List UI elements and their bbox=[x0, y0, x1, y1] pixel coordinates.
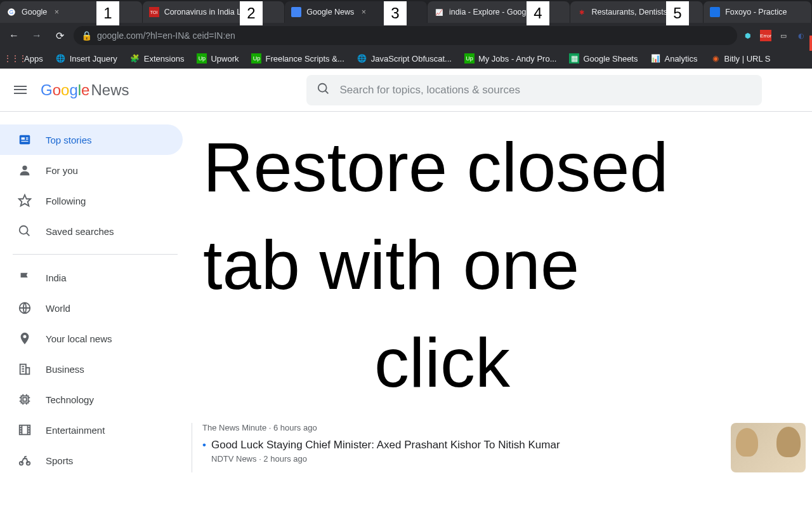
sidebar-label: For you bbox=[46, 165, 78, 176]
upwork-icon: Up bbox=[251, 53, 261, 64]
bookmark-jquery[interactable]: 🌐Insert Jquery bbox=[51, 51, 122, 66]
sidebar-label: Saved searches bbox=[46, 226, 114, 237]
sidebar-label: Technology bbox=[46, 394, 94, 405]
bookmark-upwork[interactable]: UpUpwork bbox=[192, 51, 244, 66]
sidebar-item-topstories[interactable]: Top stories bbox=[0, 124, 183, 155]
svg-point-2 bbox=[318, 83, 327, 91]
reload-button[interactable]: ⟳ bbox=[51, 27, 69, 44]
bookmark-extensions[interactable]: 🧩Extensions bbox=[125, 51, 190, 66]
tab-title: Coronavirus in India Liv bbox=[164, 8, 247, 17]
topstories-icon bbox=[18, 133, 32, 147]
building-icon bbox=[18, 362, 32, 376]
overlay-4: 4 bbox=[527, 1, 549, 25]
svg-rect-7 bbox=[26, 137, 29, 138]
bookmark-freelance[interactable]: UpFreelance Scripts &... bbox=[246, 51, 349, 66]
svg-rect-20 bbox=[23, 398, 27, 401]
forward-button[interactable]: → bbox=[28, 27, 46, 44]
search-icon bbox=[18, 224, 32, 238]
chip-icon bbox=[18, 392, 32, 406]
analytics-icon: 📊 bbox=[650, 53, 660, 64]
sheets-icon: ▦ bbox=[569, 53, 579, 64]
lock-icon: 🔒 bbox=[81, 30, 92, 41]
tab-title: Google bbox=[22, 8, 47, 17]
search-bar[interactable] bbox=[306, 75, 762, 105]
sidebar-item-savedsearches[interactable]: Saved searches bbox=[0, 216, 183, 246]
sidebar-item-local[interactable]: Your local news bbox=[0, 323, 183, 354]
person-icon bbox=[18, 163, 32, 177]
sidebar-item-technology[interactable]: Technology bbox=[0, 384, 183, 415]
globe-icon: 🌐 bbox=[357, 53, 367, 64]
ext-icon-1[interactable]: ⬢ bbox=[742, 30, 754, 41]
overlay-1: 1 bbox=[96, 1, 119, 25]
extension-icons: ⬢ Error ▭ ◐ bbox=[742, 30, 807, 41]
tab-title: Foxoyo - Practice bbox=[725, 8, 787, 17]
svg-rect-15 bbox=[26, 368, 30, 374]
article-headline[interactable]: Good Luck Staying Chief Minister: Axed P… bbox=[202, 439, 560, 451]
sidebar-item-following[interactable]: Following bbox=[0, 185, 183, 216]
sidebar-label: Following bbox=[46, 196, 86, 206]
bookmark-apps[interactable]: ⋮⋮⋮Apps bbox=[5, 51, 48, 66]
url-input[interactable]: 🔒 google.com/?hl=en-IN& ceid=IN:en bbox=[74, 26, 737, 45]
svg-marker-10 bbox=[19, 195, 30, 206]
pin-icon bbox=[18, 331, 32, 345]
upwork-icon: Up bbox=[464, 53, 475, 64]
sidebar-label: Top stories bbox=[46, 135, 92, 145]
sidebar-divider bbox=[13, 254, 178, 255]
url-text: google.com/?hl=en-IN& ceid=IN:en bbox=[97, 30, 235, 41]
svg-line-12 bbox=[27, 233, 30, 236]
overlay-3: 3 bbox=[384, 1, 407, 25]
close-icon[interactable]: × bbox=[359, 8, 368, 17]
bookmark-jsobf[interactable]: 🌐JavaScript Obfuscat... bbox=[352, 51, 457, 66]
address-bar: ← → ⟳ 🔒 google.com/?hl=en-IN& ceid=IN:en… bbox=[0, 23, 812, 48]
upwork-icon: Up bbox=[197, 53, 207, 64]
sidebar-label: India bbox=[46, 272, 67, 283]
article-meta: The News Minute · 6 hours ago bbox=[202, 423, 560, 432]
puzzle-icon: 🧩 bbox=[130, 53, 140, 64]
google-favicon: G bbox=[6, 7, 16, 17]
sidebar-item-sports[interactable]: Sports bbox=[0, 445, 183, 476]
search-input[interactable] bbox=[339, 84, 752, 97]
sidebar-item-world[interactable]: World bbox=[0, 293, 183, 323]
close-icon[interactable]: × bbox=[52, 8, 61, 17]
sidebar-label: Entertainment bbox=[46, 425, 105, 436]
main-content: Restore closed tab with one click The Ne… bbox=[190, 112, 812, 508]
google-news-logo[interactable]: GoogleNews bbox=[41, 81, 129, 99]
yelp-favicon: ✱ bbox=[577, 7, 587, 17]
browser-tab-foxoyo[interactable]: Foxoyo - Practice bbox=[704, 1, 811, 23]
sidebar: Top stories For you Following Saved sear… bbox=[0, 112, 190, 508]
sidebar-item-foryou[interactable]: For you bbox=[0, 155, 183, 185]
ext-icon-error[interactable]: Error bbox=[760, 30, 771, 41]
article-sub: NDTV News · 2 hours ago bbox=[211, 454, 560, 464]
back-button[interactable]: ← bbox=[5, 27, 23, 44]
sidebar-label: Your local news bbox=[46, 333, 112, 344]
bookmark-analytics[interactable]: 📊Analytics bbox=[645, 51, 702, 66]
sidebar-item-business[interactable]: Business bbox=[0, 354, 183, 384]
svg-line-3 bbox=[325, 90, 329, 93]
overlay-2: 2 bbox=[240, 1, 263, 25]
red-edge bbox=[809, 36, 812, 51]
svg-rect-19 bbox=[22, 396, 29, 403]
globe-icon bbox=[18, 301, 32, 315]
sidebar-item-entertainment[interactable]: Entertainment bbox=[0, 415, 183, 445]
svg-rect-5 bbox=[22, 137, 25, 140]
browser-chrome: G Google × TOI Coronavirus in India Liv … bbox=[0, 0, 812, 69]
bookmark-bitly[interactable]: ◉Bitly | URL S bbox=[705, 51, 776, 66]
svg-point-9 bbox=[22, 166, 27, 170]
tab-title: india - Explore - Googl bbox=[449, 8, 528, 17]
bookmark-sheets[interactable]: ▦Google Sheets bbox=[564, 51, 643, 66]
apps-icon: ⋮⋮⋮ bbox=[10, 53, 20, 64]
ext-icon-3[interactable]: ▭ bbox=[778, 30, 789, 41]
browser-tab-coronavirus[interactable]: TOI Coronavirus in India Liv × bbox=[143, 1, 285, 23]
bike-icon bbox=[18, 453, 32, 467]
sidebar-item-india[interactable]: India bbox=[0, 262, 183, 293]
browser-tab-google[interactable]: G Google × bbox=[0, 1, 142, 23]
svg-rect-8 bbox=[26, 139, 29, 140]
tab-strip: G Google × TOI Coronavirus in India Liv … bbox=[0, 0, 812, 23]
article-card[interactable]: The News Minute · 6 hours ago Good Luck … bbox=[192, 423, 812, 472]
ext-icon-4[interactable]: ◐ bbox=[796, 30, 807, 41]
gnews-body: Top stories For you Following Saved sear… bbox=[0, 112, 812, 508]
tab-title: Restaurants, Dentists, R bbox=[592, 8, 678, 17]
bookmark-myjobs[interactable]: UpMy Jobs - Andy Pro... bbox=[459, 51, 562, 66]
gnews-favicon bbox=[291, 7, 301, 17]
hamburger-icon[interactable] bbox=[13, 83, 28, 98]
